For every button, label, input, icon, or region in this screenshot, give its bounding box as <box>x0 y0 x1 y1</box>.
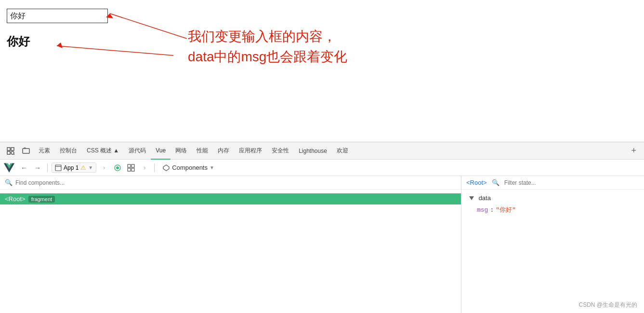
tab-memory[interactable]: 内存 <box>213 142 234 160</box>
right-header: <Root> 🔍 <box>461 176 644 190</box>
find-components-input[interactable] <box>15 179 456 186</box>
msg-key: msg <box>477 206 488 214</box>
root-component-row[interactable]: <Root> fragment <box>0 193 461 204</box>
fragment-badge: fragment <box>28 196 55 203</box>
tab-css[interactable]: CSS 概述 ▲ <box>82 142 124 160</box>
filter-search-icon: 🔍 <box>492 179 499 186</box>
svg-line-0 <box>110 14 187 39</box>
svg-rect-11 <box>55 165 61 171</box>
components-dropdown[interactable]: Components ▼ <box>158 163 218 173</box>
toolbar-separator-1 <box>47 163 48 172</box>
back-btn[interactable]: ← <box>18 162 30 174</box>
grid-icon <box>127 164 135 172</box>
chevron-right-btn[interactable]: › <box>98 162 110 174</box>
expand-icon <box>469 196 474 200</box>
svg-line-2 <box>57 46 173 55</box>
top-content-area: 你好 我们变更输入框的内容， data中的msg也会跟着变化 <box>0 0 644 145</box>
svg-rect-9 <box>23 149 29 153</box>
hello-input[interactable] <box>7 9 108 23</box>
component-list: <Root> fragment <box>0 190 461 313</box>
tab-sources[interactable]: 源代码 <box>124 142 151 160</box>
data-section-label: data <box>469 194 636 202</box>
hello-display: 你好 <box>7 34 30 49</box>
toolbar-separator-2 <box>154 163 155 172</box>
components-dropdown-icon: ▼ <box>210 165 214 170</box>
state-section: data msg : "你好" <box>461 190 644 220</box>
svg-point-14 <box>116 166 119 169</box>
vue-logo-icon <box>4 163 14 173</box>
tab-elements[interactable]: 元素 <box>34 142 55 160</box>
root-tag-label: <Root> <box>5 195 26 203</box>
tab-vue[interactable]: Vue <box>151 142 171 160</box>
svg-rect-15 <box>128 164 131 167</box>
chevron-right-2-btn[interactable]: › <box>139 162 150 174</box>
tab-lighthouse[interactable]: Lighthouse <box>294 142 332 160</box>
svg-rect-5 <box>7 151 10 154</box>
inspect-icon-btn[interactable] <box>3 142 18 160</box>
app-indicator[interactable]: App 1 ⚠ ▼ <box>52 163 96 173</box>
svg-line-8 <box>14 154 15 155</box>
grid-btn[interactable] <box>125 162 137 174</box>
annotation: 我们变更输入框的内容， data中的msg也会跟着变化 <box>188 27 347 67</box>
devtools-panel: 元素 控制台 CSS 概述 ▲ 源代码 Vue 网络 性能 内存 应用程序 安全… <box>0 142 644 313</box>
tab-console[interactable]: 控制台 <box>55 142 82 160</box>
app-label: App 1 <box>64 164 79 171</box>
search-icon: 🔍 <box>5 179 13 186</box>
svg-rect-17 <box>128 168 131 171</box>
csdn-watermark: CSDN @生命是有光的 <box>578 301 637 309</box>
svg-rect-18 <box>131 168 134 171</box>
screenshot-icon-btn[interactable] <box>18 142 34 160</box>
msg-row: msg : "你好" <box>469 204 636 215</box>
components-icon <box>162 164 170 172</box>
right-panel: <Root> 🔍 data msg : "你好" <box>461 176 644 313</box>
tab-network[interactable]: 网络 <box>171 142 192 160</box>
msg-value: "你好" <box>496 205 516 214</box>
warning-icon: ⚠ <box>80 164 86 171</box>
tab-welcome[interactable]: 欢迎 <box>332 142 353 160</box>
svg-rect-6 <box>11 148 14 150</box>
active-page-icon <box>114 164 121 172</box>
svg-rect-10 <box>24 148 26 149</box>
svg-rect-4 <box>7 148 10 150</box>
tab-application[interactable]: 应用程序 <box>234 142 267 160</box>
app-dropdown-icon: ▼ <box>88 165 93 170</box>
main-panel: 🔍 <Root> fragment <Root> 🔍 data <box>0 176 644 313</box>
tab-performance[interactable]: 性能 <box>192 142 213 160</box>
tab-add[interactable]: + <box>626 142 641 160</box>
msg-colon: : <box>490 206 494 214</box>
forward-btn[interactable]: → <box>32 162 43 174</box>
app-icon <box>55 164 62 171</box>
tab-bar: 元素 控制台 CSS 概述 ▲ 源代码 Vue 网络 性能 内存 应用程序 安全… <box>0 142 644 160</box>
tab-security[interactable]: 安全性 <box>267 142 294 160</box>
find-components-bar: 🔍 <box>0 176 461 190</box>
components-label: Components <box>172 164 208 171</box>
active-page-btn[interactable] <box>112 162 123 174</box>
svg-marker-3 <box>57 42 63 48</box>
vue-toolbar: ← → App 1 ⚠ ▼ › <box>0 160 644 176</box>
selected-component-tag: <Root> <box>466 179 487 186</box>
left-panel: 🔍 <Root> fragment <box>0 176 461 313</box>
filter-state-input[interactable] <box>504 179 639 186</box>
svg-rect-16 <box>131 164 134 167</box>
